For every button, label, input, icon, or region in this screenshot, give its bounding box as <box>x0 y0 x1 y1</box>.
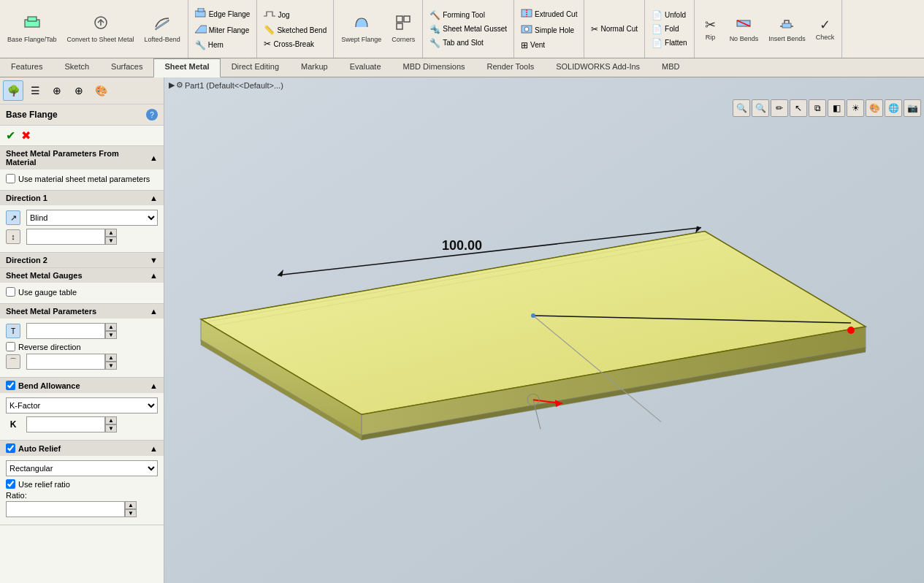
simple-hole-button[interactable]: Simple Hole <box>517 23 581 38</box>
sheet-metal-gusset-button[interactable]: 🔩 Sheet Metal Gusset <box>426 23 511 36</box>
bend-radius-down[interactable]: ▼ <box>105 362 117 370</box>
hem-button[interactable]: 🔧 Hem <box>191 39 254 52</box>
use-gauge-checkbox[interactable] <box>6 287 15 297</box>
use-material-checkbox[interactable] <box>6 174 15 183</box>
tab-mbd[interactable]: MBD <box>651 58 690 77</box>
edge-flange-icon <box>195 8 207 20</box>
forming-tool-button[interactable]: 🔨 Forming Tool <box>426 9 511 22</box>
tab-features[interactable]: Features <box>0 58 53 77</box>
tab-surfaces[interactable]: Surfaces <box>100 58 153 77</box>
tab-markup[interactable]: Markup <box>290 58 339 77</box>
accept-button[interactable]: ✔ <box>6 129 15 142</box>
vp-appearance-icon[interactable]: 🎨 <box>866 99 883 117</box>
section-header-direction1[interactable]: Direction 1 ▲ <box>0 191 164 205</box>
gauges-collapse-icon: ▲ <box>150 271 158 280</box>
vp-lighting-icon[interactable]: ☀ <box>847 99 864 117</box>
svg-rect-6 <box>404 16 410 22</box>
vp-scene-icon[interactable]: 🌐 <box>885 99 902 117</box>
tab-direct-editing[interactable]: Direct Editing <box>221 58 290 77</box>
direction1-depth-down[interactable]: ▼ <box>105 237 117 245</box>
viewport[interactable]: ▶ ⚙ Part1 (Default<<Default>...) 🔍 🔍 ✏ ↖… <box>164 77 924 583</box>
fold-button[interactable]: 📄 Fold <box>648 23 691 36</box>
color-icon-btn[interactable]: 🎨 <box>91 80 111 101</box>
sketched-bend-button[interactable]: 📏 Sketched Bend <box>260 23 330 37</box>
tab-solidworks-add-ins[interactable]: SOLIDWORKS Add-Ins <box>545 58 651 77</box>
accept-reject-bar: ✔ ✖ <box>0 126 164 146</box>
vp-search-icon[interactable]: 🔍 <box>733 99 750 117</box>
viewport-toolbar: 🔍 🔍 ✏ ↖ ⧉ ◧ ☀ 🎨 🌐 📷 <box>733 99 921 117</box>
insert-bends-button[interactable]: Insert Bends <box>764 12 810 45</box>
thickness-input[interactable]: 2.00mm <box>26 323 105 339</box>
flatten-button[interactable]: 📄 Flatten <box>648 37 691 50</box>
k-factor-up[interactable]: ▲ <box>105 416 117 424</box>
unfold-button[interactable]: 📄 Unfold <box>648 9 691 22</box>
section-header-auto-relief[interactable]: Auto Relief ▲ <box>0 441 164 456</box>
auto-relief-type-select[interactable]: Rectangular Obround Tear <box>6 460 158 476</box>
normal-cut-button[interactable]: ✂ Normal Cut <box>587 23 641 36</box>
use-relief-ratio-checkbox[interactable] <box>6 479 15 489</box>
bend-radius-up[interactable]: ▲ <box>105 354 117 362</box>
vent-button[interactable]: ⊞ Vent <box>517 39 581 52</box>
section-header-sheet-metal-params-material[interactable]: Sheet Metal Parameters From Material ▲ <box>0 146 164 169</box>
lofted-bend-button[interactable]: Lofted-Bend <box>140 12 185 46</box>
cross-break-button[interactable]: ✂ Cross-Break <box>260 37 330 50</box>
base-flange-button[interactable]: Base Flange/Tab <box>3 12 61 46</box>
target-icon-btn[interactable]: ⊕ <box>69 80 89 101</box>
list-icon-btn[interactable]: ☰ <box>25 80 45 101</box>
tab-render-tools[interactable]: Render Tools <box>476 58 546 77</box>
vp-zoom-icon[interactable]: 🔍 <box>752 99 769 117</box>
pin-icon-btn[interactable]: ⊕ <box>47 80 67 101</box>
reject-button[interactable]: ✖ <box>21 129 31 142</box>
breadcrumb-arrow: ▶ <box>169 80 175 90</box>
tab-sheet-metal[interactable]: Sheet Metal <box>153 58 220 77</box>
thickness-up[interactable]: ▲ <box>105 323 117 331</box>
direction1-depth-up[interactable]: ▲ <box>105 229 117 237</box>
k-factor-icon: K <box>6 417 20 432</box>
k-factor-input[interactable]: 0.5 <box>26 416 105 433</box>
auto-relief-collapse-icon: ▲ <box>150 444 158 453</box>
section-header-direction2[interactable]: Direction 2 ▼ <box>0 253 164 267</box>
section-header-sheet-metal-parameters[interactable]: Sheet Metal Parameters ▲ <box>0 304 164 319</box>
direction1-type-select[interactable]: Blind Up To Vertex Up To Surface Offset … <box>26 210 158 226</box>
help-button[interactable]: ? <box>146 109 158 121</box>
convert-sheet-button[interactable]: Convert to Sheet Metal <box>63 12 139 46</box>
section-header-bend-allowance[interactable]: Bend Allowance ▲ <box>0 378 164 393</box>
vp-display-icon[interactable]: ◧ <box>828 99 845 117</box>
direction1-arrow-icon[interactable]: ↗ <box>6 210 20 225</box>
thickness-down[interactable]: ▼ <box>105 331 117 339</box>
auto-relief-checkbox[interactable] <box>6 443 15 453</box>
jog-button[interactable]: Jog <box>260 7 330 23</box>
ratio-down[interactable]: ▼ <box>125 509 137 517</box>
tab-and-slot-button[interactable]: 🔧 Tab and Slot <box>426 37 511 50</box>
ratio-up[interactable]: ▲ <box>125 501 137 509</box>
ratio-spinners: ▲ ▼ <box>125 501 137 517</box>
tree-icon-btn[interactable]: 🌳 <box>3 80 23 101</box>
tab-evaluate[interactable]: Evaluate <box>339 58 392 77</box>
ratio-input[interactable]: 0.5 <box>6 501 125 517</box>
section-content-auto-relief: Rectangular Obround Tear Use relief rati… <box>0 456 164 525</box>
vp-select-icon[interactable]: ↖ <box>790 99 807 117</box>
check-button[interactable]: ✓ Check <box>812 15 839 44</box>
section-sheet-metal-gauges: Sheet Metal Gauges ▲ Use gauge table <box>0 268 164 304</box>
bend-allowance-checkbox[interactable] <box>6 381 15 390</box>
edge-flange-button[interactable]: Edge Flange <box>191 7 254 22</box>
extruded-cut-button[interactable]: Extruded Cut <box>517 7 581 22</box>
lofted-bend-icon <box>153 14 171 35</box>
swept-flange-button[interactable]: Swept Flange <box>337 12 386 46</box>
vp-camera-icon[interactable]: 📷 <box>904 99 921 117</box>
rip-button[interactable]: ✂ Rip <box>698 15 724 44</box>
bend-radius-input[interactable]: 1.00mm <box>26 354 105 370</box>
reverse-direction-checkbox[interactable] <box>6 342 15 351</box>
tab-mbd-dimensions[interactable]: MBD Dimensions <box>392 58 476 77</box>
bend-allowance-type-select[interactable]: K-Factor Bend Table Bend Deduction Bend … <box>6 397 158 414</box>
miter-flange-button[interactable]: Miter Flange <box>191 23 254 38</box>
k-factor-down[interactable]: ▼ <box>105 424 117 433</box>
corners-button[interactable]: Corners <box>387 12 419 46</box>
no-bends-button[interactable]: No Bends <box>725 12 763 45</box>
tab-sketch[interactable]: Sketch <box>53 58 100 77</box>
vp-layers-icon[interactable]: ⧉ <box>809 99 826 117</box>
vp-pencil-icon[interactable]: ✏ <box>771 99 788 117</box>
section-header-sheet-metal-gauges[interactable]: Sheet Metal Gauges ▲ <box>0 268 164 283</box>
section-label-sheet-metal-parameters: Sheet Metal Parameters <box>6 307 96 316</box>
direction1-depth-input[interactable]: 30.00mm <box>26 229 105 245</box>
